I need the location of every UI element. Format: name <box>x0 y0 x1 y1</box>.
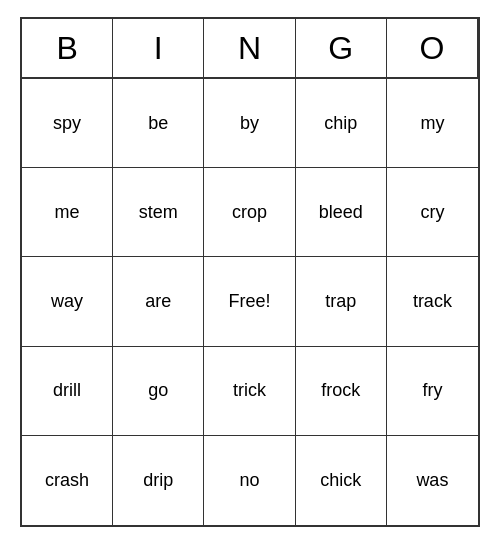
cell-r5-c1: crash <box>22 436 113 525</box>
cell-r5-c3: no <box>204 436 295 525</box>
cell-r4-c4: frock <box>296 347 387 436</box>
cell-r1-c5: my <box>387 79 478 168</box>
cell-r4-c3: trick <box>204 347 295 436</box>
cell-r3-c2: are <box>113 257 204 346</box>
cell-r2-c5: cry <box>387 168 478 257</box>
cell-r1-c3: by <box>204 79 295 168</box>
cell-r2-c1: me <box>22 168 113 257</box>
header-i: I <box>113 19 204 79</box>
cell-r2-c3: crop <box>204 168 295 257</box>
bingo-card: B I N G O spy be by chip my me stem crop… <box>20 17 480 527</box>
cell-r3-c1: way <box>22 257 113 346</box>
cell-r1-c4: chip <box>296 79 387 168</box>
cell-r5-c5: was <box>387 436 478 525</box>
cell-r3-c5: track <box>387 257 478 346</box>
cell-r3-c4: trap <box>296 257 387 346</box>
cell-r1-c2: be <box>113 79 204 168</box>
cell-r3-c3-free: Free! <box>204 257 295 346</box>
cell-r2-c4: bleed <box>296 168 387 257</box>
header-g: G <box>296 19 387 79</box>
cell-r4-c5: fry <box>387 347 478 436</box>
cell-r5-c2: drip <box>113 436 204 525</box>
cell-r4-c2: go <box>113 347 204 436</box>
header-o: O <box>387 19 478 79</box>
header-n: N <box>204 19 295 79</box>
header-b: B <box>22 19 113 79</box>
cell-r4-c1: drill <box>22 347 113 436</box>
cell-r1-c1: spy <box>22 79 113 168</box>
cell-r5-c4: chick <box>296 436 387 525</box>
cell-r2-c2: stem <box>113 168 204 257</box>
